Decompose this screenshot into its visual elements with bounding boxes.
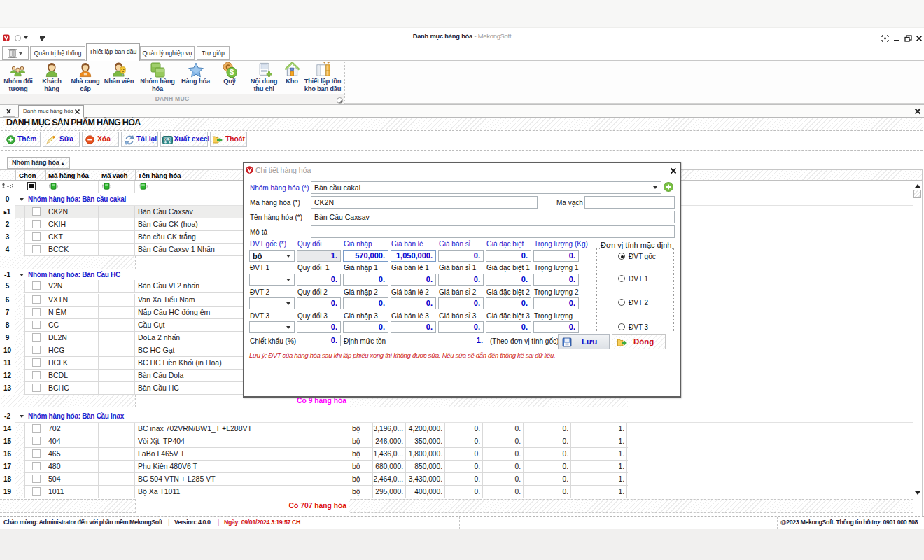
svg-text:XLS: XLS bbox=[164, 138, 171, 141]
svg-text:S: S bbox=[230, 69, 234, 76]
